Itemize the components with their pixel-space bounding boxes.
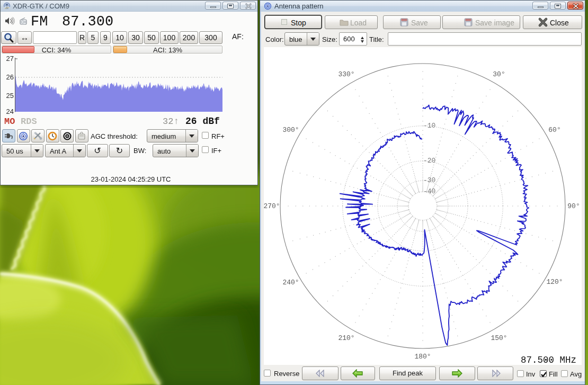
svg-text:180°: 180° <box>414 353 431 361</box>
svg-text:240°: 240° <box>282 279 299 286</box>
svg-text:120°: 120° <box>546 278 563 286</box>
svg-text:-20: -20 <box>423 157 435 165</box>
svg-text:300°: 300° <box>282 126 299 134</box>
svg-text:-10: -10 <box>423 122 435 130</box>
svg-text:-30: -30 <box>423 176 435 184</box>
svg-text:150°: 150° <box>491 334 507 342</box>
svg-text:30°: 30° <box>493 70 505 78</box>
svg-text:330°: 330° <box>338 70 354 78</box>
svg-text:27: 27 <box>6 55 14 62</box>
svg-text:25: 25 <box>6 92 14 100</box>
svg-text:90°: 90° <box>567 202 580 210</box>
svg-text:210°: 210° <box>338 334 354 342</box>
svg-text:60°: 60° <box>548 126 560 134</box>
svg-text:270°: 270° <box>263 202 280 210</box>
svg-text:24: 24 <box>6 108 14 115</box>
svg-text:-40: -40 <box>423 187 435 195</box>
svg-text:26: 26 <box>6 73 14 81</box>
